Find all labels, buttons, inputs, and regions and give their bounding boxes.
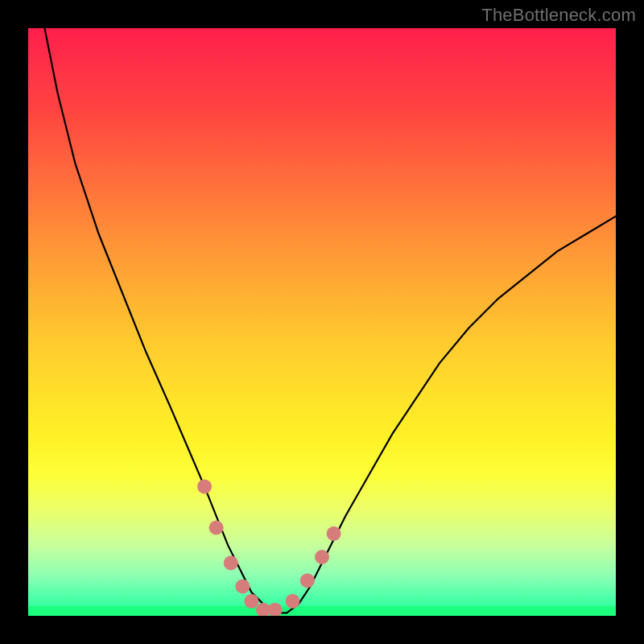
chart-svg <box>28 28 616 616</box>
marker-dot <box>286 594 300 609</box>
bottleneck-curve <box>28 28 616 613</box>
marker-dot <box>300 573 315 588</box>
marker-dots <box>197 479 341 616</box>
marker-dot <box>244 594 258 609</box>
marker-dot <box>197 479 212 493</box>
marker-dot <box>224 555 238 570</box>
marker-dot <box>327 526 341 541</box>
marker-dot <box>268 603 283 616</box>
marker-dot <box>235 580 250 594</box>
chart-frame: TheBottleneck.com <box>0 0 644 644</box>
marker-dot <box>209 521 224 535</box>
plot-area <box>28 28 616 616</box>
watermark-text: TheBottleneck.com <box>481 5 636 26</box>
marker-dot <box>315 550 329 564</box>
